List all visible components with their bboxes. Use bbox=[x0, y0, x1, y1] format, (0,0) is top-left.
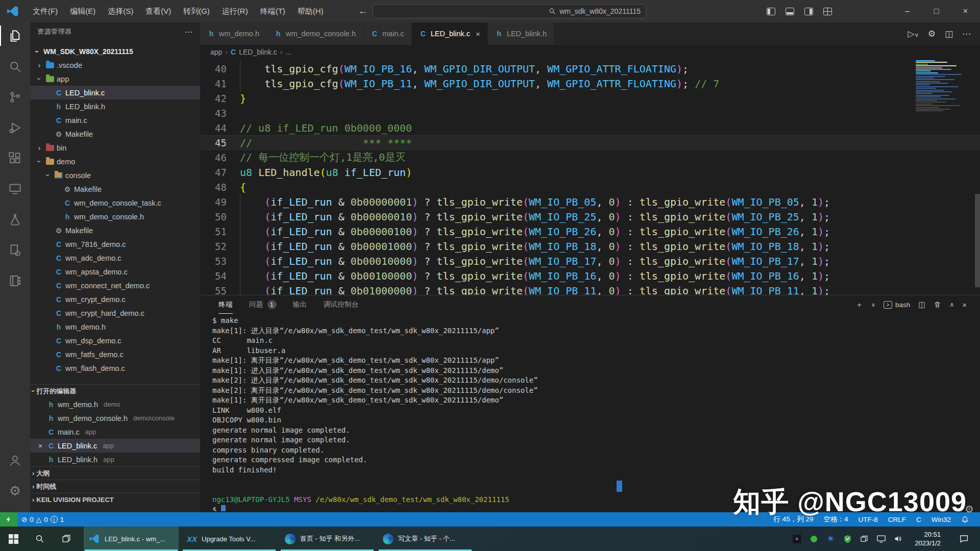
extensions-icon[interactable] bbox=[0, 145, 30, 171]
taskbar-app-3[interactable]: 写文章 - 知乎 - 个... bbox=[378, 527, 473, 551]
tray-shield-icon[interactable] bbox=[842, 534, 852, 544]
terminal-shell-item[interactable]: > bash bbox=[884, 301, 910, 309]
command-center-search[interactable]: wm_sdk_w80x_20211115 bbox=[373, 4, 646, 18]
tree-item-Makefile[interactable]: ⚙Makefile bbox=[30, 223, 200, 237]
problems-indicator[interactable]: ⊘0 △0 i1 bbox=[17, 515, 68, 523]
menu-item-5[interactable]: 运行(R) bbox=[216, 0, 254, 22]
maximize-button[interactable]: □ bbox=[922, 0, 951, 22]
tree-item-wm_crypt_hard_demo.c[interactable]: Cwm_crypt_hard_demo.c bbox=[30, 306, 200, 320]
notification-center-button[interactable] bbox=[952, 534, 975, 543]
tree-item-wm_flash_demo.c[interactable]: Cwm_flash_demo.c bbox=[30, 361, 200, 375]
file-settings-icon[interactable] bbox=[0, 237, 30, 263]
tree-item-.vscode[interactable]: ›.vscode bbox=[30, 58, 200, 72]
more-actions-icon[interactable]: ⋯ bbox=[962, 29, 971, 39]
tree-item-wm_adc_demo.c[interactable]: Cwm_adc_demo.c bbox=[30, 251, 200, 265]
tray-stack-icon[interactable] bbox=[859, 534, 869, 544]
tab-wm_demo_console.h[interactable]: hwm_demo_console.h bbox=[267, 22, 363, 45]
remote-explorer-icon[interactable] bbox=[0, 176, 30, 202]
tree-item-wm_demo_console_task.c[interactable]: Cwm_demo_console_task.c bbox=[30, 196, 200, 210]
new-terminal-icon[interactable]: ＋ bbox=[855, 300, 863, 310]
tree-item-wm_dsp_demo.c[interactable]: Cwm_dsp_demo.c bbox=[30, 334, 200, 347]
panel-tab-终端[interactable]: 终端 bbox=[218, 295, 233, 314]
menu-item-2[interactable]: 选择(S) bbox=[102, 0, 139, 22]
tree-item-wm_7816_demo.c[interactable]: Cwm_7816_demo.c bbox=[30, 237, 200, 251]
tree-item-demo[interactable]: ›demo bbox=[30, 155, 200, 168]
taskbar-app-1[interactable]: XXUpgrade Tools V... bbox=[182, 527, 277, 551]
testing-icon[interactable] bbox=[0, 206, 30, 233]
tree-item-main.c[interactable]: Cmain.c bbox=[30, 113, 200, 127]
tree-item-Makefile[interactable]: ⚙Makefile bbox=[30, 182, 200, 196]
kill-terminal-icon[interactable] bbox=[934, 300, 941, 309]
workspace-root-folder[interactable]: › WM_SDK_W80X_20211115 bbox=[30, 45, 200, 58]
tab-LED_blink.c[interactable]: CLED_blink.c× bbox=[412, 22, 488, 45]
tree-item-LED_blink.h[interactable]: hLED_blink.h bbox=[30, 99, 200, 113]
maximize-panel-icon[interactable]: ∧ bbox=[949, 301, 954, 308]
tree-item-wm_demo.h[interactable]: hwm_demo.h bbox=[30, 320, 200, 334]
open-editor-main.c[interactable]: Cmain.capp bbox=[30, 425, 200, 439]
account-icon[interactable] bbox=[0, 447, 30, 473]
menu-item-1[interactable]: 编辑(E) bbox=[64, 0, 102, 22]
panel-tab-问题[interactable]: 问题1 bbox=[249, 295, 277, 314]
breadcrumb-item-1[interactable]: LED_blink.c bbox=[239, 48, 277, 56]
tree-item-app[interactable]: ›app bbox=[30, 72, 200, 86]
close-panel-icon[interactable]: × bbox=[962, 300, 967, 309]
tree-item-wm_fatfs_demo.c[interactable]: Cwm_fatfs_demo.c bbox=[30, 347, 200, 361]
taskbar-app-2[interactable]: 首页 - 知乎 和另外... bbox=[280, 527, 375, 551]
taskbar-app-0[interactable]: LED_blink.c - wm_... bbox=[84, 527, 179, 551]
section-2[interactable]: ›KEIL UVISION PROJECT bbox=[30, 493, 200, 506]
split-editor-icon[interactable]: ◫ bbox=[945, 29, 953, 39]
tab-wm_demo.h[interactable]: hwm_demo.h bbox=[200, 22, 267, 45]
tree-item-wm_crypt_demo.c[interactable]: Cwm_crypt_demo.c bbox=[30, 292, 200, 306]
settings-icon[interactable]: ⚙ bbox=[0, 478, 30, 504]
editor-scrollbar[interactable] bbox=[975, 194, 980, 287]
terminal-output[interactable]: $ makemake[1]: 进入目录“/e/w80x/wm_sdk_demo_… bbox=[212, 316, 970, 511]
customize-layout-icon[interactable] bbox=[823, 8, 832, 15]
notebook-icon[interactable] bbox=[0, 267, 30, 294]
breadcrumb-item-0[interactable]: app bbox=[210, 48, 222, 56]
run-and-debug-icon[interactable] bbox=[0, 114, 30, 141]
split-terminal-icon[interactable]: ◫ bbox=[918, 300, 925, 309]
explorer-icon[interactable] bbox=[0, 22, 30, 49]
menu-item-4[interactable]: 转到(G) bbox=[177, 0, 216, 22]
code-editor[interactable]: 40 tls_gpio_cfg(WM_IO_PB_16, WM_GPIO_DIR… bbox=[200, 59, 980, 295]
back-arrow-icon[interactable]: ← bbox=[358, 6, 368, 17]
menu-item-6[interactable]: 终端(T) bbox=[254, 0, 291, 22]
toggle-panel-icon[interactable] bbox=[786, 8, 794, 15]
section-0[interactable]: ›大纲 bbox=[30, 466, 200, 480]
tray-display-icon[interactable] bbox=[876, 534, 886, 544]
minimize-button[interactable]: – bbox=[893, 0, 922, 22]
close-icon[interactable]: × bbox=[476, 30, 480, 38]
close-icon[interactable]: × bbox=[36, 442, 44, 450]
tray-volume-icon[interactable] bbox=[893, 534, 903, 544]
taskbar-clock[interactable]: 20:51 2023/1/2 bbox=[915, 530, 941, 547]
tray-green-dot-icon[interactable] bbox=[808, 534, 819, 544]
terminal-dropdown-icon[interactable]: ∨ bbox=[871, 302, 875, 308]
tray-epic-icon[interactable]: ≡ bbox=[792, 534, 802, 544]
tree-item-bin[interactable]: ›bin bbox=[30, 141, 200, 155]
menu-item-0[interactable]: 文件(F) bbox=[27, 0, 64, 22]
tree-item-wm_connect_net_demo.c[interactable]: Cwm_connect_net_demo.c bbox=[30, 279, 200, 292]
toggle-sidebar-icon[interactable] bbox=[767, 8, 775, 15]
remote-indicator[interactable] bbox=[0, 512, 17, 527]
open-editors-section[interactable]: › 打开的编辑器 bbox=[30, 384, 200, 397]
menu-item-3[interactable]: 查看(V) bbox=[139, 0, 177, 22]
tree-item-console[interactable]: ›console bbox=[30, 168, 200, 182]
tree-item-wm_apsta_demo.c[interactable]: Cwm_apsta_demo.c bbox=[30, 265, 200, 279]
tab-main.c[interactable]: Cmain.c bbox=[363, 22, 412, 45]
tray-snowflake-icon[interactable]: ✳ bbox=[825, 534, 836, 544]
source-control-icon[interactable] bbox=[0, 84, 30, 110]
tree-item-wm_demo_console.h[interactable]: hwm_demo_console.h bbox=[30, 210, 200, 223]
tree-item-LED_blink.c[interactable]: CLED_blink.c bbox=[30, 86, 200, 99]
open-editor-wm_demo.h[interactable]: hwm_demo.hdemo bbox=[30, 397, 200, 411]
toggle-secondary-sidebar-icon[interactable] bbox=[804, 8, 813, 15]
start-button[interactable] bbox=[0, 527, 27, 551]
taskbar-search-button[interactable] bbox=[27, 527, 53, 551]
gear-icon[interactable]: ⚙ bbox=[928, 29, 936, 39]
close-button[interactable]: × bbox=[951, 0, 980, 22]
run-debug-button[interactable]: ▷∨ bbox=[908, 29, 919, 39]
tree-item-Makefile[interactable]: ⚙Makefile bbox=[30, 127, 200, 141]
tab-LED_blink.h[interactable]: hLED_blink.h bbox=[488, 22, 554, 45]
minimap[interactable] bbox=[916, 60, 973, 292]
task-view-button[interactable] bbox=[53, 527, 80, 551]
menu-item-7[interactable]: 帮助(H) bbox=[291, 0, 330, 22]
